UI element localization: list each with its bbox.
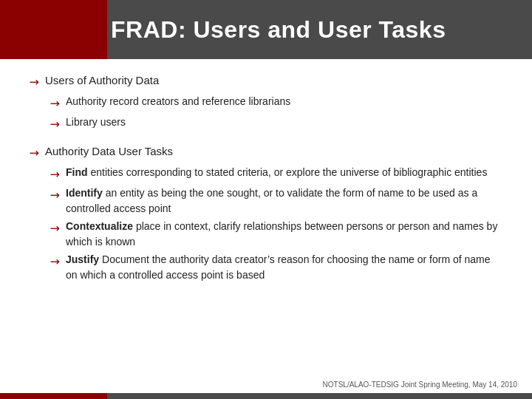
bottom-bar-main <box>107 393 532 399</box>
section2-find-text: Find entities corresponding to stated cr… <box>66 165 487 180</box>
arrow-icon-identify: ↗ <box>45 185 64 205</box>
section1-sub1: ↗ Authority record creators and referenc… <box>50 94 502 112</box>
section2-identify: ↗ Identify an entity as being the one so… <box>50 185 502 216</box>
arrow-icon-find: ↗ <box>45 165 64 184</box>
identify-rest: an entity as being the one sought, or to… <box>66 187 477 214</box>
footer-text: NOTSL/ALAO-TEDSIG Joint Spring Meeting, … <box>323 381 517 389</box>
find-rest: entities corresponding to stated criteri… <box>88 166 488 178</box>
arrow-icon-contextualize: ↗ <box>45 219 64 238</box>
justify-rest: Document the authority data creator’s re… <box>66 253 491 281</box>
section2: ↗ Authority Data User Tasks ↗ Find entit… <box>30 143 502 283</box>
section2-heading: ↗ Authority Data User Tasks <box>30 143 502 162</box>
section2-identify-text: Identify an entity as being the one soug… <box>66 185 502 216</box>
section1-label: Users of Authority Data <box>45 72 159 89</box>
arrow-icon-justify: ↗ <box>45 252 64 271</box>
arrow-icon-s2: ↗ <box>24 143 44 163</box>
header-bar: FRAD: Users and User Tasks <box>0 0 532 59</box>
section1-sub2-text: Library users <box>66 115 126 130</box>
slide-content: ↗ Users of Authority Data ↗ Authority re… <box>0 59 532 316</box>
section2-contextualize-text: Contextualize place in context, clarify … <box>66 219 502 250</box>
find-bold: Find <box>66 166 88 178</box>
section1-heading: ↗ Users of Authority Data <box>30 72 502 91</box>
slide-title: FRAD: Users and User Tasks <box>111 16 446 44</box>
header-accent <box>0 0 107 59</box>
identify-bold: Identify <box>66 187 103 199</box>
arrow-icon-s1-1: ↗ <box>45 94 64 113</box>
section1-sub1-text: Authority record creators and reference … <box>66 94 290 109</box>
bottom-bar-accent <box>0 393 107 399</box>
footer: NOTSL/ALAO-TEDSIG Joint Spring Meeting, … <box>323 381 517 389</box>
arrow-icon-s1: ↗ <box>24 72 44 92</box>
section2-justify-text: Justify Document the authority data crea… <box>66 252 502 283</box>
section2-label: Authority Data User Tasks <box>45 143 173 160</box>
section2-justify: ↗ Justify Document the authority data cr… <box>50 252 502 283</box>
section2-contextualize: ↗ Contextualize place in context, clarif… <box>50 219 502 250</box>
contextualize-bold: Contextualize <box>66 220 133 232</box>
justify-bold: Justify <box>66 253 99 265</box>
section1: ↗ Users of Authority Data ↗ Authority re… <box>30 72 502 133</box>
section2-find: ↗ Find entities corresponding to stated … <box>50 165 502 183</box>
section1-sub2: ↗ Library users <box>50 115 502 133</box>
arrow-icon-s1-2: ↗ <box>45 115 64 134</box>
bottom-bar <box>0 393 532 399</box>
slide: FRAD: Users and User Tasks ↗ Users of Au… <box>0 0 532 399</box>
